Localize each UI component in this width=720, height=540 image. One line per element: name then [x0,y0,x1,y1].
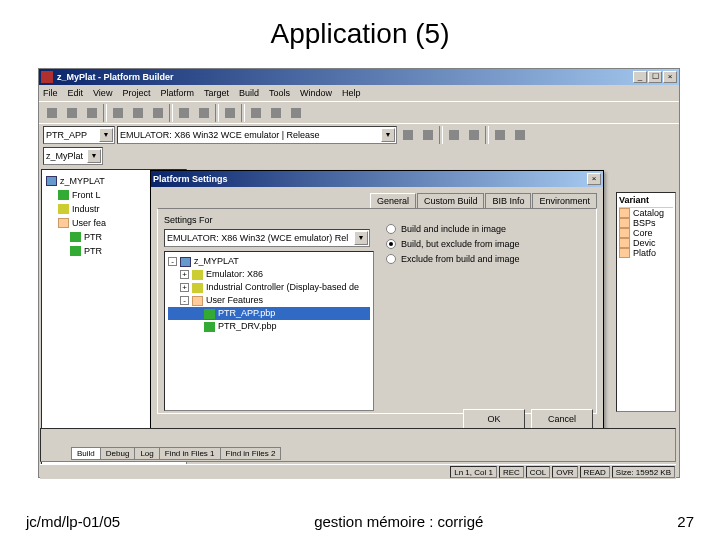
config-combo-value: EMULATOR: X86 Win32 WCE emulator | Relea… [120,130,320,140]
settings-tree-item[interactable]: -User Features [168,294,370,307]
chevron-down-icon: ▼ [354,231,368,245]
tool-generic-icon[interactable] [267,104,285,122]
menubar: File Edit View Project Platform Target B… [39,85,679,101]
expand-icon[interactable]: - [180,296,189,305]
settings-tree-label: Industrial Controller (Display-based de [206,281,359,294]
scope-combo-value: z_MyPlat [46,151,83,161]
tree-label: z_MYPLAT [60,174,105,188]
tool-config-icon[interactable] [399,126,417,144]
radio-icon [386,239,396,249]
tool-cut-icon[interactable] [109,104,127,122]
output-tab[interactable]: Find in Files 1 [159,447,221,460]
settings-tree-item[interactable]: PTR_DRV.pbp [168,320,370,333]
output-tab[interactable]: Debug [100,447,136,460]
variant-item[interactable]: Core [619,228,673,238]
dialog-tabs: GeneralCustom BuildBIB InfoEnvironment [151,187,603,208]
tool-stop-icon[interactable] [511,126,529,144]
menu-tools[interactable]: Tools [269,88,290,98]
variant-pane[interactable]: Variant CatalogBSPsCoreDevicPlatfo [616,192,676,412]
variant-item[interactable]: Devic [619,238,673,248]
yellow-icon [192,283,203,293]
tree-label: PTR [84,244,102,258]
settings-tree-item[interactable]: PTR_APP.pbp [168,307,370,320]
folder-icon [619,248,630,258]
chevron-down-icon: ▼ [381,128,395,142]
settings-for-combo[interactable]: EMULATOR: X86 Win32 (WCE emulator) Rel ▼ [164,229,370,247]
settings-tree-item[interactable]: +Emulator: X86 [168,268,370,281]
output-panel[interactable]: BuildDebugLogFind in Files 1Find in File… [40,428,676,462]
tool-paste-icon[interactable] [149,104,167,122]
radio-option[interactable]: Build, but exclude from image [386,239,590,249]
variant-item[interactable]: BSPs [619,218,673,228]
menu-target[interactable]: Target [204,88,229,98]
output-tab[interactable]: Find in Files 2 [220,447,282,460]
radio-option[interactable]: Build and include in image [386,224,590,234]
status-read: READ [580,466,610,478]
minimize-button[interactable]: _ [633,71,647,83]
tool-build-icon[interactable] [445,126,463,144]
settings-tree[interactable]: -z_MYPLAT+Emulator: X86+Industrial Contr… [164,251,374,411]
menu-help[interactable]: Help [342,88,361,98]
settings-tree-item[interactable]: -z_MYPLAT [168,255,370,268]
status-rec: REC [499,466,524,478]
app-icon [41,71,53,83]
tool-config-icon[interactable] [419,126,437,144]
tab-environment[interactable]: Environment [532,193,597,208]
menu-view[interactable]: View [93,88,112,98]
dialog-close-button[interactable]: × [587,173,601,185]
menu-build[interactable]: Build [239,88,259,98]
expand-icon[interactable]: + [180,270,189,279]
green-icon [70,232,81,242]
project-combo[interactable]: PTR_APP▼ [43,126,115,144]
status-lncol: Ln 1, Col 1 [450,466,497,478]
expand-icon[interactable]: + [180,283,189,292]
platform-settings-dialog: Platform Settings × GeneralCustom BuildB… [150,170,604,438]
toolbar-config: PTR_APP▼ EMULATOR: X86 Win32 WCE emulato… [39,123,679,145]
menu-project[interactable]: Project [122,88,150,98]
config-combo[interactable]: EMULATOR: X86 Win32 WCE emulator | Relea… [117,126,397,144]
output-tab[interactable]: Build [71,447,101,460]
tool-run-icon[interactable] [465,126,483,144]
radio-label: Build, but exclude from image [401,239,520,249]
cancel-button[interactable]: Cancel [531,409,593,429]
menu-platform[interactable]: Platform [160,88,194,98]
tool-generic-icon[interactable] [287,104,305,122]
tab-general[interactable]: General [370,193,416,208]
ok-button[interactable]: OK [463,409,525,429]
tool-undo-icon[interactable] [175,104,193,122]
tree-label: Front L [72,188,101,202]
tool-find-icon[interactable] [221,104,239,122]
footer-right: 27 [677,513,694,530]
variant-item[interactable]: Catalog [619,208,673,218]
settings-tree-item[interactable]: +Industrial Controller (Display-based de [168,281,370,294]
output-tab[interactable]: Log [134,447,159,460]
settings-for-label: Settings For [164,215,374,225]
tool-save-icon[interactable] [83,104,101,122]
scope-combo[interactable]: z_MyPlat▼ [43,147,103,165]
folder-icon [619,208,630,218]
close-button[interactable]: × [663,71,677,83]
tool-new-icon[interactable] [43,104,61,122]
tool-open-icon[interactable] [63,104,81,122]
tool-copy-icon[interactable] [129,104,147,122]
radio-label: Exclude from build and image [401,254,520,264]
box-icon [180,257,191,267]
menu-window[interactable]: Window [300,88,332,98]
variant-label: Core [633,228,653,238]
box-icon [46,176,57,186]
tool-generic-icon[interactable] [247,104,265,122]
tool-debug-icon[interactable] [491,126,509,144]
slide-footer: jc/md/lp-01/05 gestion mémoire : corrigé… [0,513,720,530]
maximize-button[interactable]: ☐ [648,71,662,83]
menu-edit[interactable]: Edit [68,88,84,98]
toolbar-separator [169,104,173,122]
titlebar[interactable]: z_MyPlat - Platform Builder _ ☐ × [39,69,679,85]
menu-file[interactable]: File [43,88,58,98]
radio-option[interactable]: Exclude from build and image [386,254,590,264]
tab-custom-build[interactable]: Custom Build [417,193,485,208]
tool-redo-icon[interactable] [195,104,213,122]
dialog-titlebar[interactable]: Platform Settings × [151,171,603,187]
variant-item[interactable]: Platfo [619,248,673,258]
tab-bib-info[interactable]: BIB Info [485,193,531,208]
expand-icon[interactable]: - [168,257,177,266]
